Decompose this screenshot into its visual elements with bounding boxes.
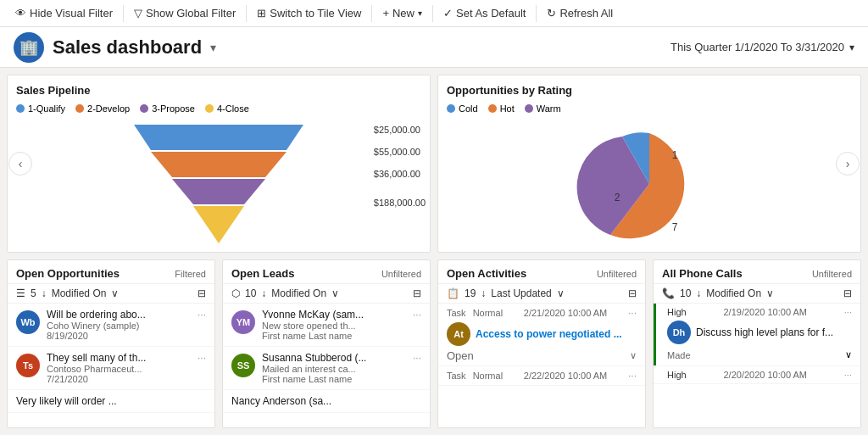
funnel-chart [108, 120, 329, 243]
more-icon[interactable]: ··· [413, 352, 421, 364]
lead-item-1[interactable]: YM Yvonne McKay (sam... New store opened… [223, 304, 430, 347]
legend-cold: Cold [447, 103, 478, 114]
page-title: Sales dashboard [53, 36, 202, 59]
show-global-filter-button[interactable]: ▽ Show Global Filter [125, 0, 244, 27]
all-phone-calls-header: All Phone Calls Unfiltered [654, 260, 860, 284]
new-button[interactable]: + New ▾ [374, 0, 431, 27]
filter-icon[interactable]: ⊟ [198, 287, 206, 299]
hide-visual-filter-button[interactable]: 👁 Hide Visual Filter [7, 0, 121, 27]
open-leads-body: YM Yvonne McKay (sam... New store opened… [223, 304, 430, 427]
open-opportunities-subheader: ☰ 5 ↓ Modified On ∨ ⊟ [8, 284, 214, 304]
chevron-down-icon[interactable]: ∨ [557, 287, 565, 299]
activity-item-2[interactable]: Task Normal 2/22/2020 10:00 AM ··· [438, 366, 645, 386]
svg-text:2: 2 [615, 192, 620, 204]
opportunity-item-2[interactable]: Ts They sell many of th... Contoso Pharm… [8, 347, 214, 390]
legend-hot: Hot [488, 103, 515, 114]
activity-tags: Task Normal [447, 308, 503, 318]
activity-status-row: Open ∨ [447, 349, 637, 362]
filter-icon[interactable]: ⊟ [843, 287, 852, 299]
toolbar-divider-4 [432, 5, 433, 22]
nav-right-arrow[interactable]: › [836, 152, 860, 176]
lead-item-2[interactable]: SS Susanna Stubberod (... Mailed an inte… [223, 347, 430, 390]
avatar: Wb [16, 310, 40, 334]
chevron-down-icon[interactable]: ∨ [331, 287, 339, 299]
filter-icon[interactable]: ⊟ [413, 287, 421, 299]
open-leads-panel: Open Leads Unfiltered ⬡ 10 ↓ Modified On… [222, 259, 431, 428]
all-phone-calls-title: All Phone Calls [662, 267, 743, 280]
open-opportunities-body: Wb Will be ordering abo... Coho Winery (… [8, 304, 214, 427]
all-phone-calls-badge: Unfiltered [812, 269, 852, 279]
more-icon[interactable]: ··· [844, 370, 852, 380]
more-icon[interactable]: ··· [198, 352, 206, 364]
chevron-down-icon[interactable]: ∨ [845, 349, 852, 360]
svg-text:7: 7 [672, 221, 678, 233]
phone-icon: 📞 [662, 287, 675, 299]
chevron-down-icon[interactable]: ∨ [630, 350, 637, 361]
list-icon: ☰ [16, 287, 25, 299]
activity-tags: Task Normal [447, 371, 503, 381]
toolbar-divider-2 [246, 5, 247, 22]
open-leads-subheader: ⬡ 10 ↓ Modified On ∨ ⊟ [223, 284, 430, 304]
toolbar: 👁 Hide Visual Filter ▽ Show Global Filte… [0, 0, 868, 27]
all-phone-calls-body: High 2/19/2020 10:00 AM ··· Dh Discuss h… [654, 304, 860, 427]
item-content: Very likely will order ... [16, 395, 206, 407]
qualify-dot [16, 104, 25, 113]
toolbar-divider-3 [371, 5, 372, 22]
avatar: SS [231, 354, 255, 377]
open-leads-title: Open Leads [231, 267, 294, 280]
activity-main: At Access to power negotiated ... [447, 319, 637, 349]
refresh-icon: ↻ [547, 7, 556, 20]
cold-dot [447, 104, 455, 113]
more-icon[interactable]: ··· [413, 309, 421, 321]
filter-icon[interactable]: ⊟ [628, 287, 637, 299]
more-icon[interactable]: ··· [628, 370, 637, 382]
open-activities-panel: Open Activities Unfiltered 📋 19 ↓ Last U… [437, 259, 646, 428]
sort-down-icon: ↓ [42, 287, 47, 299]
item-content: Will be ordering abo... Coho Winery (sam… [47, 309, 191, 341]
activities-icon: 📋 [447, 287, 459, 299]
phone-row2: Dh Discuss high level plans for f... [667, 317, 852, 348]
pipeline-value-3: $36,000.00 [374, 169, 426, 179]
sort-down-icon: ↓ [696, 287, 701, 299]
date-range-chevron-icon: ▾ [849, 42, 854, 53]
title-chevron-icon[interactable]: ▾ [210, 41, 216, 54]
opportunity-item-1[interactable]: Wb Will be ordering abo... Coho Winery (… [8, 304, 214, 347]
pipeline-value-2: $55,000.00 [374, 147, 426, 157]
open-activities-subheader: 📋 19 ↓ Last Updated ∨ ⊟ [438, 284, 645, 304]
charts-row: ‹ Sales Pipeline 1-Qualify 2-Develop 3-P… [7, 75, 861, 253]
toolbar-divider-1 [123, 5, 124, 22]
phone-status-row: Made ∨ [667, 348, 852, 362]
opportunity-item-3[interactable]: Very likely will order ... [8, 390, 214, 413]
refresh-all-button[interactable]: ↻ Refresh All [538, 0, 621, 27]
open-leads-badge: Unfiltered [381, 269, 421, 279]
legend-propose: 3-Propose [140, 103, 195, 114]
date-range-selector[interactable]: This Quarter 1/1/2020 To 3/31/2020 ▾ [670, 41, 854, 53]
svg-marker-3 [193, 206, 244, 243]
opportunities-rating-card: Opportunities by Rating Cold Hot Warm [437, 75, 861, 253]
pipeline-value-1: $25,000.00 [374, 125, 426, 135]
activity-item-1[interactable]: Task Normal 2/21/2020 10:00 AM ··· At Ac… [438, 304, 645, 366]
svg-marker-2 [172, 179, 265, 204]
chevron-down-icon[interactable]: ∨ [111, 287, 119, 299]
chevron-down-icon[interactable]: ∨ [766, 287, 774, 299]
pipeline-value-4: $188,000.00 [374, 198, 426, 208]
all-phone-calls-panel: All Phone Calls Unfiltered 📞 10 ↓ Modifi… [653, 259, 861, 428]
more-icon[interactable]: ··· [844, 307, 852, 317]
plus-icon: + [382, 7, 389, 20]
open-activities-title: Open Activities [447, 267, 526, 280]
hot-dot [488, 104, 497, 113]
lead-item-3[interactable]: Nancy Anderson (sa... [223, 390, 430, 413]
header-bar: 🏢 Sales dashboard ▾ This Quarter 1/1/202… [0, 27, 868, 68]
more-icon[interactable]: ··· [628, 307, 637, 319]
set-as-default-button[interactable]: ✓ Set As Default [435, 0, 534, 27]
switch-tile-view-button[interactable]: ⊞ Switch to Tile View [248, 0, 370, 27]
svg-marker-0 [134, 125, 303, 150]
opportunities-rating-title: Opportunities by Rating [447, 84, 852, 97]
avatar: Dh [667, 321, 691, 344]
phone-call-item-2[interactable]: High 2/20/2020 10:00 AM ··· [654, 366, 860, 384]
develop-dot [75, 104, 84, 113]
nav-left-arrow[interactable]: ‹ [8, 152, 32, 176]
phone-call-item-1[interactable]: High 2/19/2020 10:00 AM ··· Dh Discuss h… [654, 304, 860, 366]
more-icon[interactable]: ··· [198, 309, 206, 321]
dashboard-icon: 🏢 [14, 32, 44, 63]
